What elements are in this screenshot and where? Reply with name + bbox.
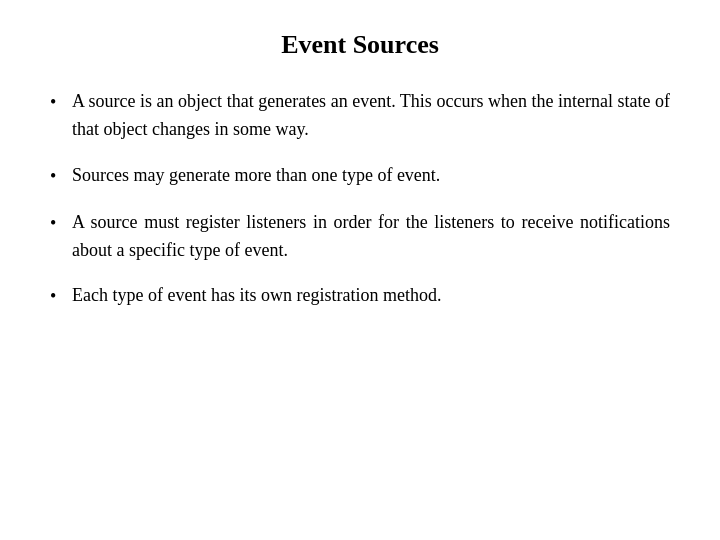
- page-title: Event Sources: [281, 30, 439, 60]
- content-area: • A source is an object that generates a…: [50, 88, 670, 329]
- bullet-symbol: •: [50, 163, 72, 191]
- bullet-symbol: •: [50, 89, 72, 117]
- list-item-text-4: Each type of event has its own registrat…: [72, 282, 670, 310]
- list-item: • A source is an object that generates a…: [50, 88, 670, 144]
- list-item-text-3: A source must register listeners in orde…: [72, 209, 670, 265]
- list-item-text-1: A source is an object that generates an …: [72, 88, 670, 144]
- bullet-symbol: •: [50, 283, 72, 311]
- list-item: • Sources may generate more than one typ…: [50, 162, 670, 191]
- list-item: • A source must register listeners in or…: [50, 209, 670, 265]
- bullet-symbol: •: [50, 210, 72, 238]
- bullet-list: • A source is an object that generates a…: [50, 88, 670, 311]
- list-item: • Each type of event has its own registr…: [50, 282, 670, 311]
- list-item-text-2: Sources may generate more than one type …: [72, 162, 670, 190]
